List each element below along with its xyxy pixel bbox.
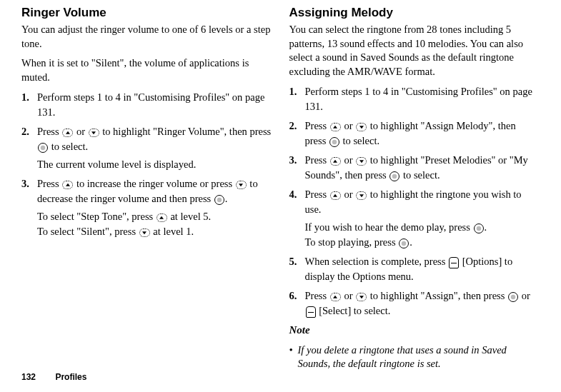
step-text: Press to increase the ringer volume or p… <box>37 176 272 206</box>
softkey-icon <box>306 306 316 318</box>
up-arrow-icon <box>330 157 341 166</box>
step-body: Perform steps 1 to 4 in "Customising Pro… <box>305 84 540 114</box>
up-arrow-icon <box>62 181 73 189</box>
step-body: Perform steps 1 to 4 in "Customising Pro… <box>37 90 272 120</box>
note-body: • If you delete a ringtone that uses a s… <box>289 343 540 371</box>
ringer-intro-2: When it is set to "Silent", the volume o… <box>21 56 272 84</box>
up-arrow-icon <box>330 191 341 200</box>
ringer-volume-heading: Ringer Volume <box>21 6 272 20</box>
melody-step-1: 1.Perform steps 1 to 4 in "Customising P… <box>289 84 540 114</box>
step-body: Press to increase the ringer volume or p… <box>37 176 272 239</box>
right-column: Assigning Melody You can select the ring… <box>289 6 540 371</box>
select-button-icon <box>474 223 484 233</box>
step-number: 1. <box>289 84 305 114</box>
ringer-step-3: 3.Press to increase the ringer volume or… <box>21 176 272 239</box>
note-text: If you delete a ringtone that uses a sou… <box>298 343 540 371</box>
select-button-icon <box>329 137 339 147</box>
select-button-icon <box>38 143 48 153</box>
select-button-icon <box>214 195 224 205</box>
ringer-step-1: 1.Perform steps 1 to 4 in "Customising P… <box>21 90 272 120</box>
ringer-intro-1: You can adjust the ringer volume to one … <box>21 23 272 51</box>
step-body: Press or to highlight "Preset Melodies" … <box>305 153 540 183</box>
select-button-icon <box>399 238 409 248</box>
step-body: When selection is complete, press [Optio… <box>305 254 540 284</box>
note-bullet: • <box>289 343 298 371</box>
step-number: 3. <box>21 176 37 239</box>
ringer-step-2: 2.Press or to highlight "Ringer Volume",… <box>21 124 272 172</box>
assigning-melody-heading: Assigning Melody <box>289 6 540 20</box>
page-number: 132 <box>21 372 36 382</box>
down-arrow-icon <box>356 191 367 200</box>
down-arrow-icon <box>236 181 247 189</box>
melody-step-3: 3.Press or to highlight "Preset Melodies… <box>289 153 540 183</box>
melody-step-2: 2.Press or to highlight "Assign Melody",… <box>289 119 540 149</box>
step-number: 6. <box>289 288 305 318</box>
step-number: 2. <box>289 119 305 149</box>
step-subtext: To select "Step Tone", press at level 5.… <box>37 209 272 239</box>
up-arrow-icon <box>62 129 73 137</box>
note-heading: Note <box>289 323 540 337</box>
up-arrow-icon <box>330 293 341 301</box>
step-number: 3. <box>289 153 305 183</box>
step-subtext: If you wish to hear the demo play, press… <box>305 220 540 250</box>
step-body: Press or to highlight the ringtone you w… <box>305 187 540 250</box>
step-body: Press or to highlight "Ringer Volume", t… <box>37 124 272 172</box>
step-text: Perform steps 1 to 4 in "Customising Pro… <box>305 84 540 114</box>
step-number: 4. <box>289 187 305 250</box>
step-text: Press or to highlight "Assign", then pre… <box>305 288 540 318</box>
step-text: When selection is complete, press [Optio… <box>305 254 540 284</box>
up-arrow-icon <box>157 213 167 222</box>
step-number: 1. <box>21 90 37 120</box>
select-button-icon <box>389 171 399 181</box>
melody-step-5: 5.When selection is complete, press [Opt… <box>289 254 540 284</box>
page-footer: 132 Profiles <box>21 372 86 382</box>
step-text: Perform steps 1 to 4 in "Customising Pro… <box>37 90 272 120</box>
step-body: Press or to highlight "Assign", then pre… <box>305 288 540 318</box>
step-body: Press or to highlight "Assign Melody", t… <box>305 119 540 149</box>
down-arrow-icon <box>356 293 367 301</box>
step-text: Press or to highlight the ringtone you w… <box>305 187 540 217</box>
step-text: Press or to highlight "Preset Melodies" … <box>305 153 540 183</box>
step-subtext: The current volume level is displayed. <box>37 157 272 172</box>
melody-step-6: 6.Press or to highlight "Assign", then p… <box>289 288 540 318</box>
down-arrow-icon <box>89 129 99 137</box>
down-arrow-icon <box>139 228 150 237</box>
down-arrow-icon <box>356 157 367 166</box>
melody-intro-1: You can select the ringtone from 28 tone… <box>289 23 540 79</box>
step-number: 2. <box>21 124 37 172</box>
softkey-icon <box>449 257 459 268</box>
step-text: Press or to highlight "Ringer Volume", t… <box>37 124 272 154</box>
ringer-steps: 1.Perform steps 1 to 4 in "Customising P… <box>21 90 272 239</box>
section-name: Profiles <box>55 372 86 382</box>
down-arrow-icon <box>356 123 367 131</box>
step-text: Press or to highlight "Assign Melody", t… <box>305 119 540 149</box>
up-arrow-icon <box>330 123 341 131</box>
step-number: 5. <box>289 254 305 284</box>
select-button-icon <box>508 292 518 302</box>
melody-steps: 1.Perform steps 1 to 4 in "Customising P… <box>289 84 540 318</box>
left-column: Ringer Volume You can adjust the ringer … <box>21 6 272 371</box>
melody-step-4: 4.Press or to highlight the ringtone you… <box>289 187 540 250</box>
